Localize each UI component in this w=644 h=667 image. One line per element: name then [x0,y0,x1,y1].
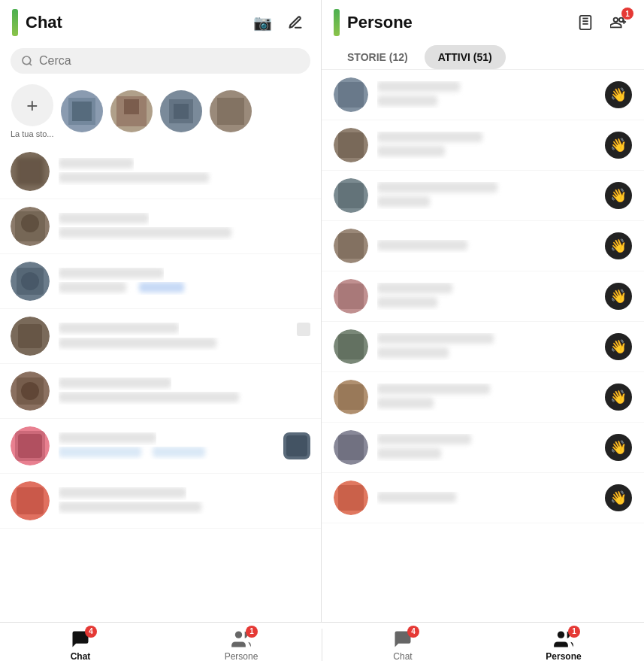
search-bar[interactable] [11,48,310,74]
people-left-badge: 1 [246,626,258,638]
svg-rect-48 [338,283,364,309]
pencil-icon[interactable] [282,9,309,36]
wave-btn-7[interactable]: 👋 [605,384,632,411]
svg-rect-28 [18,434,42,458]
chat-avatar-2 [11,207,50,246]
chat-avatar-5 [11,371,50,411]
svg-rect-14 [17,158,44,185]
nav-people-right[interactable]: 1 Persone [483,623,644,667]
person-info-7 [377,384,596,411]
person-item-3[interactable]: 👋 [322,171,644,221]
wave-btn-8[interactable]: 👋 [605,434,632,461]
right-panel: Persone 1 STORIE (12) [322,0,644,622]
chat-thumb-6 [283,432,310,459]
svg-rect-20 [21,272,39,290]
nav-chat-right[interactable]: 4 Chat [322,623,483,667]
wave-btn-6[interactable]: 👋 [605,333,632,360]
chat-info-7 [59,487,310,514]
wave-btn-3[interactable]: 👋 [605,182,632,209]
story-thumb-4[interactable] [210,90,252,132]
nav-chat-left[interactable]: 4 Chat [0,623,161,667]
person-avatar-8 [334,430,368,465]
people-list: 👋 👋 [322,70,644,622]
person-avatar-4 [334,229,368,263]
wave-btn-1[interactable]: 👋 [605,81,632,108]
chat-item-7[interactable] [0,474,321,529]
person-avatar-5 [334,279,368,314]
chat-avatar-6 [11,426,50,465]
chat-item-1[interactable] [0,144,321,199]
chat-right-badge: 4 [407,626,419,638]
chat-list [0,144,321,622]
chat-info-4 [59,323,310,350]
chat-preview-1 [59,172,310,185]
person-item-6[interactable]: 👋 [322,322,644,372]
wave-btn-2[interactable]: 👋 [605,132,632,159]
person-info-9 [377,492,596,505]
chat-preview-7 [59,502,310,514]
svg-rect-30 [286,435,307,456]
search-icon [21,55,33,67]
person-item-4[interactable]: 👋 [322,221,644,271]
person-info-3 [377,182,596,209]
story-thumb-2[interactable] [110,90,153,132]
chat-name-1 [59,158,134,171]
chat-item-4[interactable] [0,309,321,364]
chat-item-5[interactable] [0,364,321,419]
contact-book-icon[interactable] [572,9,599,36]
person-info-6 [377,333,596,360]
story-thumb-1[interactable] [61,90,103,132]
chat-item-3[interactable] [0,254,321,309]
person-sub-1 [377,96,596,108]
person-item-8[interactable]: 👋 [322,423,644,473]
chat-preview-5 [59,392,310,405]
add-person-icon[interactable]: 1 [605,9,632,36]
chat-info-1 [59,158,310,185]
person-sub-7 [377,398,596,411]
camera-icon[interactable]: 📷 [249,9,276,36]
wave-btn-9[interactable]: 👋 [605,484,632,511]
add-story-button[interactable]: + La tua sto... [11,84,53,138]
svg-rect-46 [338,233,364,259]
person-sub-2 [377,146,596,159]
chat-name-6 [59,432,156,445]
svg-rect-52 [338,384,364,410]
person-item-9[interactable]: 👋 [322,473,644,523]
wave-btn-5[interactable]: 👋 [605,283,632,310]
person-item-7[interactable]: 👋 [322,372,644,423]
wave-btn-4[interactable]: 👋 [605,232,632,259]
chat-name-4 [59,323,179,335]
svg-point-58 [558,631,564,638]
chat-name-5 [59,377,171,390]
svg-rect-44 [338,183,364,208]
person-item-1[interactable]: 👋 [322,70,644,120]
person-info-1 [377,81,596,108]
person-sub-3 [377,196,596,209]
person-name-3 [377,182,596,195]
person-avatar-7 [334,380,368,414]
nav-people-left-label: Persone [225,651,259,662]
person-item-2[interactable]: 👋 [322,120,644,171]
story-thumb-3[interactable] [160,90,202,132]
chat-item-2[interactable] [0,199,321,254]
chat-item-6[interactable] [0,419,321,474]
nav-people-left[interactable]: 1 Persone [161,623,322,667]
tab-stories[interactable]: STORIE (12) [334,45,422,69]
tab-active[interactable]: ATTIVI (51) [425,45,506,69]
left-header: Chat 📷 [0,0,321,45]
nav-chat-left-label: Chat [71,651,91,662]
story-avatar-2 [110,90,153,132]
person-sub-6 [377,347,596,360]
svg-rect-10 [174,104,189,119]
person-item-5[interactable]: 👋 [322,271,644,322]
chat-avatar-1 [11,152,50,191]
person-info-8 [377,434,596,461]
chat-avatar-3 [11,262,50,301]
person-sub-8 [377,448,596,461]
search-input[interactable] [39,54,300,68]
person-name-7 [377,384,596,396]
svg-point-57 [235,631,242,638]
person-name-1 [377,81,596,94]
svg-rect-17 [21,214,39,232]
add-story-circle[interactable]: + [11,84,53,126]
